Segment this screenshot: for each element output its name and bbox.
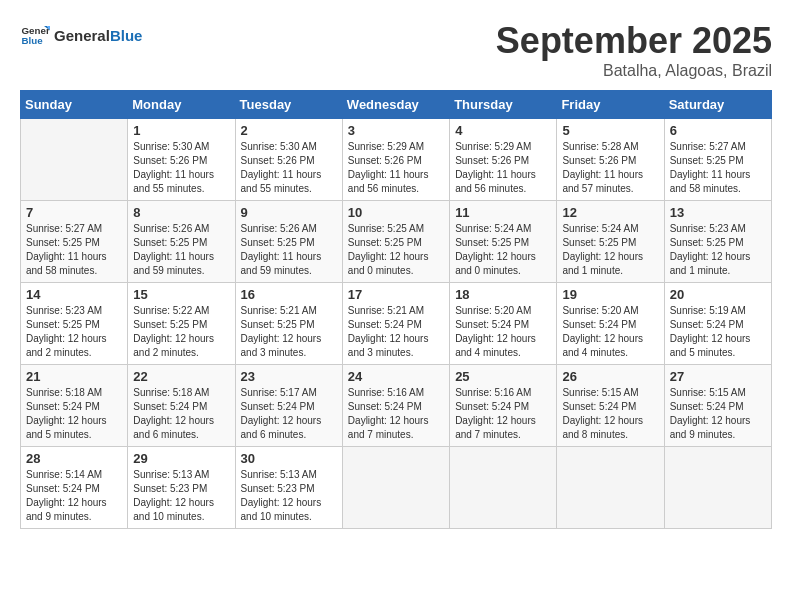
day-info: Sunrise: 5:22 AM Sunset: 5:25 PM Dayligh…	[133, 304, 229, 360]
calendar-cell: 25 Sunrise: 5:16 AM Sunset: 5:24 PM Dayl…	[450, 365, 557, 447]
day-number: 7	[26, 205, 122, 220]
calendar-cell: 9 Sunrise: 5:26 AM Sunset: 5:25 PM Dayli…	[235, 201, 342, 283]
calendar-cell: 3 Sunrise: 5:29 AM Sunset: 5:26 PM Dayli…	[342, 119, 449, 201]
calendar-cell	[450, 447, 557, 529]
day-info: Sunrise: 5:29 AM Sunset: 5:26 PM Dayligh…	[455, 140, 551, 196]
calendar-cell: 28 Sunrise: 5:14 AM Sunset: 5:24 PM Dayl…	[21, 447, 128, 529]
day-number: 30	[241, 451, 337, 466]
calendar-cell: 29 Sunrise: 5:13 AM Sunset: 5:23 PM Dayl…	[128, 447, 235, 529]
day-info: Sunrise: 5:20 AM Sunset: 5:24 PM Dayligh…	[455, 304, 551, 360]
calendar-subtitle: Batalha, Alagoas, Brazil	[496, 62, 772, 80]
day-number: 1	[133, 123, 229, 138]
title-area: September 2025 Batalha, Alagoas, Brazil	[496, 20, 772, 80]
day-number: 8	[133, 205, 229, 220]
calendar-title: September 2025	[496, 20, 772, 62]
header: General Blue GeneralBlue September 2025 …	[20, 20, 772, 80]
day-number: 6	[670, 123, 766, 138]
calendar-cell: 18 Sunrise: 5:20 AM Sunset: 5:24 PM Dayl…	[450, 283, 557, 365]
day-info: Sunrise: 5:25 AM Sunset: 5:25 PM Dayligh…	[348, 222, 444, 278]
day-number: 13	[670, 205, 766, 220]
calendar-cell: 8 Sunrise: 5:26 AM Sunset: 5:25 PM Dayli…	[128, 201, 235, 283]
svg-text:Blue: Blue	[22, 35, 44, 46]
day-number: 28	[26, 451, 122, 466]
day-info: Sunrise: 5:18 AM Sunset: 5:24 PM Dayligh…	[133, 386, 229, 442]
day-number: 20	[670, 287, 766, 302]
day-number: 22	[133, 369, 229, 384]
weekday-header: Monday	[128, 91, 235, 119]
calendar-cell: 20 Sunrise: 5:19 AM Sunset: 5:24 PM Dayl…	[664, 283, 771, 365]
calendar-cell: 7 Sunrise: 5:27 AM Sunset: 5:25 PM Dayli…	[21, 201, 128, 283]
calendar-table: SundayMondayTuesdayWednesdayThursdayFrid…	[20, 90, 772, 529]
weekday-header: Tuesday	[235, 91, 342, 119]
logo: General Blue GeneralBlue	[20, 20, 142, 50]
day-info: Sunrise: 5:28 AM Sunset: 5:26 PM Dayligh…	[562, 140, 658, 196]
weekday-header: Sunday	[21, 91, 128, 119]
calendar-cell: 5 Sunrise: 5:28 AM Sunset: 5:26 PM Dayli…	[557, 119, 664, 201]
day-number: 4	[455, 123, 551, 138]
day-info: Sunrise: 5:30 AM Sunset: 5:26 PM Dayligh…	[241, 140, 337, 196]
day-number: 17	[348, 287, 444, 302]
calendar-cell: 6 Sunrise: 5:27 AM Sunset: 5:25 PM Dayli…	[664, 119, 771, 201]
day-number: 9	[241, 205, 337, 220]
day-number: 12	[562, 205, 658, 220]
day-info: Sunrise: 5:18 AM Sunset: 5:24 PM Dayligh…	[26, 386, 122, 442]
day-info: Sunrise: 5:26 AM Sunset: 5:25 PM Dayligh…	[241, 222, 337, 278]
day-number: 15	[133, 287, 229, 302]
calendar-cell: 24 Sunrise: 5:16 AM Sunset: 5:24 PM Dayl…	[342, 365, 449, 447]
day-info: Sunrise: 5:29 AM Sunset: 5:26 PM Dayligh…	[348, 140, 444, 196]
day-info: Sunrise: 5:27 AM Sunset: 5:25 PM Dayligh…	[26, 222, 122, 278]
day-info: Sunrise: 5:23 AM Sunset: 5:25 PM Dayligh…	[670, 222, 766, 278]
day-info: Sunrise: 5:30 AM Sunset: 5:26 PM Dayligh…	[133, 140, 229, 196]
day-number: 27	[670, 369, 766, 384]
day-info: Sunrise: 5:21 AM Sunset: 5:25 PM Dayligh…	[241, 304, 337, 360]
calendar-cell	[557, 447, 664, 529]
day-info: Sunrise: 5:13 AM Sunset: 5:23 PM Dayligh…	[241, 468, 337, 524]
calendar-cell	[664, 447, 771, 529]
calendar-cell: 21 Sunrise: 5:18 AM Sunset: 5:24 PM Dayl…	[21, 365, 128, 447]
calendar-cell: 10 Sunrise: 5:25 AM Sunset: 5:25 PM Dayl…	[342, 201, 449, 283]
weekday-header: Saturday	[664, 91, 771, 119]
weekday-header: Friday	[557, 91, 664, 119]
day-number: 11	[455, 205, 551, 220]
day-info: Sunrise: 5:21 AM Sunset: 5:24 PM Dayligh…	[348, 304, 444, 360]
day-info: Sunrise: 5:16 AM Sunset: 5:24 PM Dayligh…	[348, 386, 444, 442]
day-info: Sunrise: 5:16 AM Sunset: 5:24 PM Dayligh…	[455, 386, 551, 442]
calendar-cell: 14 Sunrise: 5:23 AM Sunset: 5:25 PM Dayl…	[21, 283, 128, 365]
calendar-cell: 11 Sunrise: 5:24 AM Sunset: 5:25 PM Dayl…	[450, 201, 557, 283]
calendar-cell: 15 Sunrise: 5:22 AM Sunset: 5:25 PM Dayl…	[128, 283, 235, 365]
calendar-cell: 1 Sunrise: 5:30 AM Sunset: 5:26 PM Dayli…	[128, 119, 235, 201]
day-info: Sunrise: 5:23 AM Sunset: 5:25 PM Dayligh…	[26, 304, 122, 360]
day-number: 29	[133, 451, 229, 466]
calendar-cell: 16 Sunrise: 5:21 AM Sunset: 5:25 PM Dayl…	[235, 283, 342, 365]
day-number: 16	[241, 287, 337, 302]
day-number: 14	[26, 287, 122, 302]
day-info: Sunrise: 5:24 AM Sunset: 5:25 PM Dayligh…	[455, 222, 551, 278]
day-number: 24	[348, 369, 444, 384]
day-info: Sunrise: 5:15 AM Sunset: 5:24 PM Dayligh…	[670, 386, 766, 442]
calendar-cell: 23 Sunrise: 5:17 AM Sunset: 5:24 PM Dayl…	[235, 365, 342, 447]
day-info: Sunrise: 5:24 AM Sunset: 5:25 PM Dayligh…	[562, 222, 658, 278]
calendar-cell	[342, 447, 449, 529]
day-info: Sunrise: 5:27 AM Sunset: 5:25 PM Dayligh…	[670, 140, 766, 196]
day-info: Sunrise: 5:17 AM Sunset: 5:24 PM Dayligh…	[241, 386, 337, 442]
calendar-cell: 30 Sunrise: 5:13 AM Sunset: 5:23 PM Dayl…	[235, 447, 342, 529]
day-number: 21	[26, 369, 122, 384]
day-number: 25	[455, 369, 551, 384]
logo-blue: Blue	[110, 27, 143, 44]
calendar-cell: 4 Sunrise: 5:29 AM Sunset: 5:26 PM Dayli…	[450, 119, 557, 201]
day-info: Sunrise: 5:13 AM Sunset: 5:23 PM Dayligh…	[133, 468, 229, 524]
day-number: 23	[241, 369, 337, 384]
day-number: 26	[562, 369, 658, 384]
logo-general: General	[54, 27, 110, 44]
calendar-cell: 22 Sunrise: 5:18 AM Sunset: 5:24 PM Dayl…	[128, 365, 235, 447]
weekday-header: Wednesday	[342, 91, 449, 119]
day-number: 10	[348, 205, 444, 220]
calendar-cell: 26 Sunrise: 5:15 AM Sunset: 5:24 PM Dayl…	[557, 365, 664, 447]
day-number: 18	[455, 287, 551, 302]
day-number: 5	[562, 123, 658, 138]
day-info: Sunrise: 5:14 AM Sunset: 5:24 PM Dayligh…	[26, 468, 122, 524]
day-number: 2	[241, 123, 337, 138]
weekday-header: Thursday	[450, 91, 557, 119]
calendar-cell: 2 Sunrise: 5:30 AM Sunset: 5:26 PM Dayli…	[235, 119, 342, 201]
calendar-cell: 13 Sunrise: 5:23 AM Sunset: 5:25 PM Dayl…	[664, 201, 771, 283]
